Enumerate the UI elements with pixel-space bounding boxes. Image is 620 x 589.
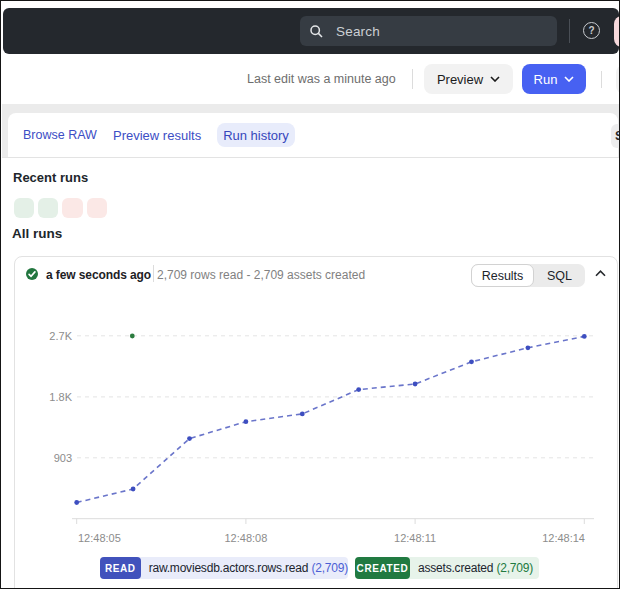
svg-text:1.8K: 1.8K (49, 391, 72, 403)
svg-text:12:48:11: 12:48:11 (394, 532, 436, 544)
svg-text:12:48:14: 12:48:14 (542, 532, 585, 544)
svg-text:903: 903 (54, 452, 72, 464)
svg-text:12:48:05: 12:48:05 (78, 532, 121, 544)
svg-text:12:48:08: 12:48:08 (224, 532, 267, 544)
svg-text:2.7K: 2.7K (49, 330, 72, 342)
